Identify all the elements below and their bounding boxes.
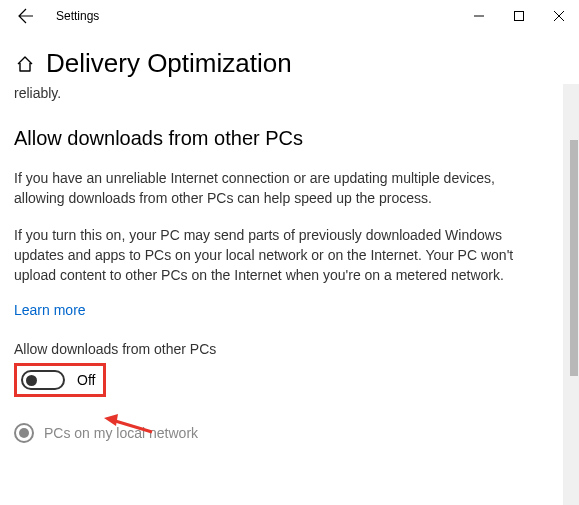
minimize-icon (474, 11, 484, 21)
scrollbar[interactable] (563, 84, 579, 505)
close-icon (554, 11, 564, 21)
page-title: Delivery Optimization (46, 48, 292, 79)
toggle-knob-icon (26, 375, 37, 386)
paragraph-1: If you have an unreliable Internet conne… (14, 168, 534, 209)
maximize-button[interactable] (499, 0, 539, 32)
home-icon[interactable] (14, 53, 36, 75)
section-title: Allow downloads from other PCs (14, 127, 565, 150)
scrollbar-thumb[interactable] (570, 140, 578, 376)
previous-text-fragment: reliably. (14, 85, 565, 101)
back-arrow-icon (18, 8, 34, 24)
paragraph-2: If you turn this on, your PC may send pa… (14, 225, 534, 286)
allow-downloads-toggle[interactable] (21, 370, 65, 390)
radio-button (14, 423, 34, 443)
learn-more-link[interactable]: Learn more (14, 302, 86, 318)
radio-dot-icon (19, 428, 29, 438)
toggle-label: Allow downloads from other PCs (14, 341, 565, 357)
page-header: Delivery Optimization (0, 32, 579, 85)
radio-option-local-network: PCs on my local network (14, 423, 565, 443)
annotation-highlight-box: Off (14, 363, 106, 397)
titlebar: Settings (0, 0, 579, 32)
window-controls (459, 0, 579, 32)
content-area: reliably. Allow downloads from other PCs… (0, 85, 579, 443)
minimize-button[interactable] (459, 0, 499, 32)
svg-rect-0 (515, 12, 524, 21)
maximize-icon (514, 11, 524, 21)
back-button[interactable] (12, 2, 40, 30)
toggle-state-text: Off (77, 372, 95, 388)
window-title: Settings (56, 9, 99, 23)
close-button[interactable] (539, 0, 579, 32)
radio-label: PCs on my local network (44, 425, 198, 441)
